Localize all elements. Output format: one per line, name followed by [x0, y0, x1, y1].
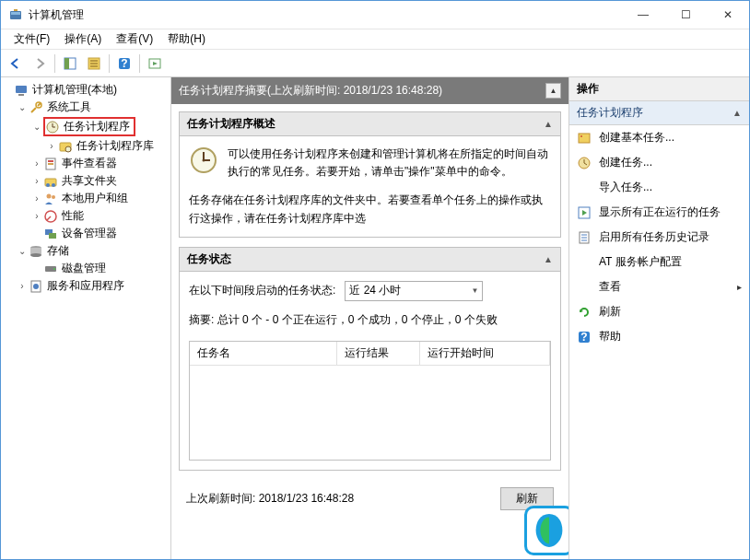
- action-label: 帮助: [599, 329, 742, 344]
- menu-action[interactable]: 操作(A): [57, 29, 109, 49]
- table-col-name[interactable]: 任务名: [190, 342, 337, 365]
- action-label: 创建任务...: [599, 155, 742, 170]
- action-label: AT 服务帐户配置: [599, 254, 742, 270]
- expand-icon[interactable]: ⌄: [16, 101, 29, 114]
- tree-storage[interactable]: ⌄ 存储: [16, 242, 170, 260]
- section-title: 任务状态: [187, 251, 544, 267]
- tree-disk-mgmt[interactable]: 磁盘管理: [30, 260, 170, 277]
- close-button[interactable]: ✕: [707, 1, 749, 29]
- task-table[interactable]: 任务名 运行结果 运行开始时间: [189, 341, 551, 461]
- overview-text-1: 可以使用任务计划程序来创建和管理计算机将在所指定的时间自动执行的常见任务。若要开…: [228, 146, 551, 181]
- action-at-service[interactable]: AT 服务帐户配置: [569, 250, 749, 274]
- svg-text:?: ?: [121, 57, 127, 70]
- expand-icon[interactable]: ›: [16, 280, 29, 293]
- svg-point-19: [65, 146, 71, 152]
- svg-point-36: [53, 268, 55, 270]
- expand-icon[interactable]: [1, 84, 14, 97]
- svg-point-42: [203, 159, 205, 162]
- storage-icon: [29, 244, 43, 259]
- svg-point-25: [52, 183, 55, 187]
- action-create-task[interactable]: 创建任务...: [569, 150, 749, 175]
- tree-event-viewer[interactable]: › 事件查看器: [30, 155, 170, 172]
- section-header[interactable]: 任务计划程序概述 ▲: [179, 111, 561, 136]
- expand-icon[interactable]: ⌄: [30, 121, 43, 134]
- maximize-button[interactable]: ☐: [664, 1, 707, 29]
- expand-icon[interactable]: [30, 262, 43, 275]
- forward-button[interactable]: [29, 52, 51, 75]
- tree-task-scheduler[interactable]: ⌄ 任务计划程序: [30, 116, 170, 137]
- svg-point-44: [580, 135, 582, 137]
- content-area: 计算机管理(本地) ⌄ 系统工具 ⌄ 任务计划程序 ›: [1, 77, 749, 559]
- action-label: 刷新: [599, 304, 742, 320]
- table-col-start[interactable]: 运行开始时间: [420, 342, 550, 365]
- expand-icon[interactable]: ›: [30, 158, 43, 170]
- computer-icon: [14, 83, 29, 98]
- tree-local-users[interactable]: › 本地用户和组: [30, 190, 170, 207]
- tree-performance[interactable]: › 性能: [30, 207, 170, 225]
- tree-label: 事件查看器: [62, 156, 117, 171]
- disk-icon: [43, 262, 58, 276]
- svg-point-38: [33, 284, 39, 289]
- expand-icon[interactable]: ›: [45, 140, 58, 153]
- action-show-running[interactable]: 显示所有正在运行的任务: [569, 200, 749, 225]
- overview-section: 任务计划程序概述 ▲ 可以使用任务计划程序来创建和管理计算机将在所指定的时间自动…: [179, 111, 561, 238]
- back-button[interactable]: [5, 52, 27, 75]
- tree-device-manager[interactable]: 设备管理器: [30, 225, 170, 242]
- summary-body[interactable]: 任务计划程序概述 ▲ 可以使用任务计划程序来创建和管理计算机将在所指定的时间自动…: [171, 104, 568, 559]
- expand-icon[interactable]: ⌄: [16, 245, 29, 258]
- action-create-basic[interactable]: 创建基本任务...: [569, 125, 749, 150]
- tree-task-library[interactable]: › 任务计划程序库: [45, 137, 170, 155]
- tree-label: 磁盘管理: [62, 261, 106, 276]
- event-icon: [43, 157, 58, 171]
- history-icon: [577, 230, 592, 245]
- summary-header: 任务计划程序摘要(上次刷新时间: 2018/1/23 16:48:28) ▲: [171, 77, 568, 104]
- menu-file[interactable]: 文件(F): [6, 29, 57, 49]
- action-label: 查看: [599, 279, 730, 295]
- watermark-logo: [524, 506, 568, 555]
- section-header[interactable]: 任务状态 ▲: [179, 247, 561, 272]
- tree-services-apps[interactable]: › 服务和应用程序: [16, 277, 170, 295]
- action-refresh[interactable]: 刷新: [569, 299, 749, 324]
- expand-icon[interactable]: ›: [30, 175, 43, 188]
- status-period-select[interactable]: 近 24 小时 ▼: [345, 281, 483, 301]
- collapse-icon[interactable]: ▲: [544, 254, 553, 264]
- collapse-icon[interactable]: ▲: [544, 119, 553, 129]
- shared-icon: [43, 174, 58, 189]
- table-col-result[interactable]: 运行结果: [337, 342, 420, 365]
- summary-pane: 任务计划程序摘要(上次刷新时间: 2018/1/23 16:48:28) ▲ 任…: [171, 77, 569, 559]
- actions-group-header[interactable]: 任务计划程序 ▲: [569, 101, 749, 125]
- minimize-button[interactable]: —: [622, 1, 664, 29]
- wizard-icon: [577, 131, 592, 146]
- expand-icon[interactable]: ›: [30, 210, 43, 223]
- scroll-up-button[interactable]: ▲: [545, 83, 561, 99]
- action-import-task[interactable]: 导入任务...: [569, 175, 749, 200]
- tools-icon: [29, 100, 43, 115]
- menu-view[interactable]: 查看(V): [109, 29, 160, 49]
- menubar: 文件(F) 操作(A) 查看(V) 帮助(H): [1, 29, 749, 50]
- show-hide-tree-button[interactable]: [59, 52, 81, 75]
- collapse-icon[interactable]: ▲: [732, 108, 742, 118]
- submenu-arrow-icon: ▸: [737, 282, 742, 292]
- run-button[interactable]: [144, 52, 166, 75]
- action-enable-history[interactable]: 启用所有任务历史记录: [569, 225, 749, 250]
- expand-icon[interactable]: [30, 228, 43, 240]
- svg-point-26: [47, 193, 52, 198]
- tree-pane[interactable]: 计算机管理(本地) ⌄ 系统工具 ⌄ 任务计划程序 ›: [1, 77, 171, 559]
- app-icon: [8, 7, 23, 22]
- properties-button[interactable]: [83, 52, 105, 75]
- overview-text-2: 任务存储在任务计划程序库的文件夹中。若要查看单个任务上的操作或执行这操作，请在任…: [189, 192, 551, 227]
- tree-shared-folders[interactable]: › 共享文件夹: [30, 172, 170, 190]
- users-icon: [43, 192, 58, 206]
- device-icon: [43, 227, 58, 241]
- service-icon: [577, 255, 592, 270]
- view-icon: [577, 280, 592, 295]
- action-help[interactable]: ? 帮助: [569, 324, 749, 349]
- tree-root[interactable]: 计算机管理(本地): [1, 81, 170, 99]
- help-button[interactable]: ?: [113, 52, 135, 75]
- status-summary-text: 摘要: 总计 0 个 - 0 个正在运行，0 个成功，0 个停止，0 个失败: [189, 312, 551, 328]
- action-view[interactable]: 查看 ▸: [569, 274, 749, 299]
- menu-help[interactable]: 帮助(H): [160, 29, 213, 49]
- expand-icon[interactable]: ›: [30, 192, 43, 205]
- tree-system-tools[interactable]: ⌄ 系统工具: [16, 99, 170, 116]
- svg-rect-22: [48, 163, 53, 165]
